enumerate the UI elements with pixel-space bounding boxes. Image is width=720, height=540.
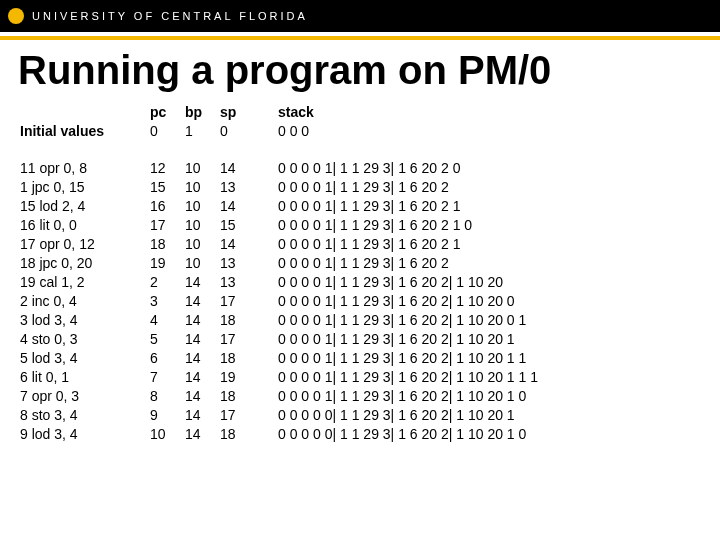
bp-cell: 10 <box>185 235 220 254</box>
instr-cell: 2 inc 0, 4 <box>20 292 150 311</box>
sp-cell: 19 <box>220 368 278 387</box>
bp-cell: 14 <box>185 406 220 425</box>
sp-cell: 14 <box>220 197 278 216</box>
sp-cell: 13 <box>220 254 278 273</box>
stack-cell: 0 0 0 0 1| 1 1 29 3| 1 6 20 2 1 0 <box>278 216 720 235</box>
pc-initial: 0 <box>150 122 185 141</box>
pc-cell: 12 <box>150 159 185 178</box>
stack-cell: 0 0 0 0 1| 1 1 29 3| 1 6 20 2 <box>278 178 720 197</box>
column-instruction: Initial values 11 opr 0, 8 1 jpc 0, 15 1… <box>20 103 150 444</box>
instr-cell: 1 jpc 0, 15 <box>20 178 150 197</box>
pc-cell: 7 <box>150 368 185 387</box>
header-bar: UNIVERSITY OF CENTRAL FLORIDA <box>0 0 720 32</box>
sp-cell: 18 <box>220 387 278 406</box>
instr-cell: 3 lod 3, 4 <box>20 311 150 330</box>
sp-cell: 17 <box>220 292 278 311</box>
bp-cell: 10 <box>185 254 220 273</box>
sp-cell: 18 <box>220 349 278 368</box>
pc-cell: 9 <box>150 406 185 425</box>
bp-cell: 10 <box>185 178 220 197</box>
pc-cell: 2 <box>150 273 185 292</box>
pc-cell: 5 <box>150 330 185 349</box>
bp-cell: 10 <box>185 216 220 235</box>
pc-cell: 19 <box>150 254 185 273</box>
instr-cell: 16 lit 0, 0 <box>20 216 150 235</box>
sp-cell: 17 <box>220 406 278 425</box>
column-stack: stack 0 0 0 0 0 0 0 1| 1 1 29 3| 1 6 20 … <box>278 103 720 444</box>
ucf-pegasus-icon <box>8 8 24 24</box>
stack-cell: 0 0 0 0 1| 1 1 29 3| 1 6 20 2| 1 10 20 1… <box>278 368 720 387</box>
instr-cell: 5 lod 3, 4 <box>20 349 150 368</box>
stack-cell: 0 0 0 0 1| 1 1 29 3| 1 6 20 2| 1 10 20 0… <box>278 311 720 330</box>
stack-initial: 0 0 0 <box>278 122 720 141</box>
sp-cell: 17 <box>220 330 278 349</box>
stack-cell: 0 0 0 0 1| 1 1 29 3| 1 6 20 2 0 <box>278 159 720 178</box>
pc-cell: 17 <box>150 216 185 235</box>
sp-cell: 14 <box>220 235 278 254</box>
pc-cell: 8 <box>150 387 185 406</box>
sp-cell: 14 <box>220 159 278 178</box>
pc-cell: 4 <box>150 311 185 330</box>
column-sp: sp 0 14 13 14 15 14 13 13 17 18 17 18 19… <box>220 103 278 444</box>
pc-header: pc <box>150 103 185 122</box>
stack-cell: 0 0 0 0 1| 1 1 29 3| 1 6 20 2| 1 10 20 1 <box>278 330 720 349</box>
bp-header: bp <box>185 103 220 122</box>
stack-cell: 0 0 0 0 1| 1 1 29 3| 1 6 20 2| 1 10 20 1… <box>278 349 720 368</box>
bp-cell: 14 <box>185 368 220 387</box>
instr-cell: 9 lod 3, 4 <box>20 425 150 444</box>
instr-cell: 18 jpc 0, 20 <box>20 254 150 273</box>
instr-cell: 7 opr 0, 3 <box>20 387 150 406</box>
bp-initial: 1 <box>185 122 220 141</box>
bp-cell: 14 <box>185 330 220 349</box>
bp-cell: 14 <box>185 349 220 368</box>
slide-title: Running a program on PM/0 <box>18 48 720 93</box>
column-pc: pc 0 12 15 16 17 18 19 2 3 4 5 6 7 8 9 1… <box>150 103 185 444</box>
bp-cell: 14 <box>185 425 220 444</box>
bp-cell: 14 <box>185 387 220 406</box>
column-bp: bp 1 10 10 10 10 10 10 14 14 14 14 14 14… <box>185 103 220 444</box>
instr-cell: 8 sto 3, 4 <box>20 406 150 425</box>
pc-cell: 10 <box>150 425 185 444</box>
pc-cell: 6 <box>150 349 185 368</box>
university-name: UNIVERSITY OF CENTRAL FLORIDA <box>32 10 308 22</box>
instr-cell: 17 opr 0, 12 <box>20 235 150 254</box>
sp-cell: 13 <box>220 178 278 197</box>
stack-cell: 0 0 0 0 1| 1 1 29 3| 1 6 20 2 <box>278 254 720 273</box>
instr-cell: 11 opr 0, 8 <box>20 159 150 178</box>
pc-cell: 15 <box>150 178 185 197</box>
stack-cell: 0 0 0 0 1| 1 1 29 3| 1 6 20 2| 1 10 20 1… <box>278 387 720 406</box>
header-gold-rule <box>0 36 720 40</box>
instr-cell: 4 sto 0, 3 <box>20 330 150 349</box>
sp-cell: 13 <box>220 273 278 292</box>
stack-cell: 0 0 0 0 1| 1 1 29 3| 1 6 20 2| 1 10 20 <box>278 273 720 292</box>
sp-cell: 18 <box>220 311 278 330</box>
sp-initial: 0 <box>220 122 278 141</box>
stack-cell: 0 0 0 0 0| 1 1 29 3| 1 6 20 2| 1 10 20 1 <box>278 406 720 425</box>
bp-cell: 10 <box>185 197 220 216</box>
pc-cell: 3 <box>150 292 185 311</box>
bp-cell: 14 <box>185 311 220 330</box>
bp-cell: 10 <box>185 159 220 178</box>
sp-cell: 18 <box>220 425 278 444</box>
sp-cell: 15 <box>220 216 278 235</box>
instr-cell: 6 lit 0, 1 <box>20 368 150 387</box>
stack-cell: 0 0 0 0 1| 1 1 29 3| 1 6 20 2 1 <box>278 197 720 216</box>
bp-cell: 14 <box>185 292 220 311</box>
instr-cell: 15 lod 2, 4 <box>20 197 150 216</box>
stack-header: stack <box>278 103 720 122</box>
sp-header: sp <box>220 103 278 122</box>
instr-cell: 19 cal 1, 2 <box>20 273 150 292</box>
stack-cell: 0 0 0 0 0| 1 1 29 3| 1 6 20 2| 1 10 20 1… <box>278 425 720 444</box>
pc-cell: 18 <box>150 235 185 254</box>
bp-cell: 14 <box>185 273 220 292</box>
stack-cell: 0 0 0 0 1| 1 1 29 3| 1 6 20 2| 1 10 20 0 <box>278 292 720 311</box>
trace-table: Initial values 11 opr 0, 8 1 jpc 0, 15 1… <box>0 103 720 444</box>
stack-cell: 0 0 0 0 1| 1 1 29 3| 1 6 20 2 1 <box>278 235 720 254</box>
initial-values-label: Initial values <box>20 122 150 141</box>
pc-cell: 16 <box>150 197 185 216</box>
